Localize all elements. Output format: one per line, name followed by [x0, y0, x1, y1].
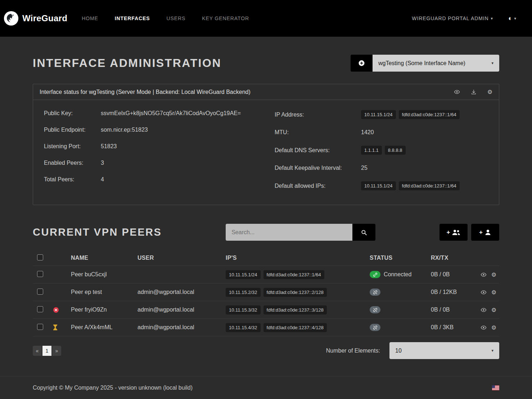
theme-toggle-dropdown[interactable]: ◐ ▾ [508, 14, 516, 22]
field-value: 4 [101, 176, 266, 183]
interface-select-group: wgTesting (Some Interface Name) ▾ [351, 55, 499, 72]
pagination-page-1-button[interactable]: 1 [42, 346, 51, 356]
add-buttons-group: + + [439, 224, 499, 241]
peer-view-icon[interactable] [481, 271, 487, 278]
interface-status-header: Interface status for wgTesting (Server M… [40, 89, 251, 95]
field-value: 51823 [101, 143, 266, 150]
peer-view-icon[interactable] [481, 324, 487, 331]
theme-icon: ◐ [508, 14, 512, 22]
plus-circle-icon [358, 60, 365, 67]
column-header-name: NAME [71, 255, 137, 261]
peer-row-checkbox[interactable] [37, 271, 43, 277]
caret-down-icon: ▾ [491, 348, 493, 353]
users-icon [452, 229, 460, 236]
ip-badge: 10.11.15.1/24 [361, 181, 396, 190]
interface-select-value: wgTesting (Some Interface Name) [378, 60, 465, 67]
peer-disabled-icon [53, 307, 71, 313]
nav-item-home[interactable]: HOME [82, 15, 98, 21]
peer-ip-badge: fdfd:d3ad:c0de:1237::1/64 [263, 270, 324, 279]
plus-icon: + [479, 229, 483, 236]
brand[interactable]: WireGuard [4, 11, 67, 26]
peer-settings-icon[interactable]: ⚙ [491, 271, 496, 278]
peer-view-icon[interactable] [481, 307, 487, 313]
user-menu-label: WIREGUARD PORTAL ADMIN [412, 15, 488, 21]
peer-ip-badge: 10.11.15.3/32 [226, 305, 261, 314]
field-label: Listening Port: [44, 143, 101, 150]
peer-name: Peer A/Xk4mML [71, 324, 137, 331]
table-row: Peer buC5cxjl 10.11.15.1/24 fdfd:d3ad:c0… [33, 266, 499, 284]
field-dns-servers: Default DNS Servers: 1.1.1.1 8.8.8.8 [275, 146, 488, 155]
interface-view-icon[interactable] [454, 89, 460, 95]
interface-status-card: Interface status for wgTesting (Server M… [33, 84, 499, 205]
peer-settings-icon[interactable]: ⚙ [491, 324, 496, 331]
disconnected-link-slash-icon [370, 289, 380, 296]
field-mtu: MTU: 1420 [275, 129, 488, 136]
search-input[interactable] [226, 224, 352, 241]
pagination: « 1 » [33, 346, 61, 356]
user-menu-dropdown[interactable]: WIREGUARD PORTAL ADMIN ▾ [412, 15, 493, 21]
peer-settings-icon[interactable]: ⚙ [491, 307, 496, 313]
peer-ip-badge: 10.11.15.2/32 [226, 288, 261, 297]
field-label: MTU: [275, 129, 361, 136]
dns-badge: 8.8.8.8 [385, 146, 406, 155]
peer-row-checkbox[interactable] [37, 289, 43, 295]
peer-row-checkbox[interactable] [37, 306, 43, 312]
peer-status-label: Connected [384, 271, 411, 278]
field-label: Default allowed IPs: [275, 183, 361, 189]
add-multiple-peers-button[interactable]: + [439, 224, 468, 241]
interface-select[interactable]: wgTesting (Some Interface Name) ▾ [373, 55, 499, 72]
page-footer: Copyright © My Company 2025 - version un… [0, 376, 532, 399]
field-ip-address: IP Address: 10.11.15.1/24 fdfd:d3ad:c0de… [275, 110, 488, 119]
peers-table: NAME USER IP'S STATUS RX/TX Peer buC5cxj… [33, 250, 499, 336]
disconnected-link-slash-icon [370, 324, 380, 331]
nav-item-key-generator[interactable]: KEY GENERATOR [202, 15, 249, 21]
navbar-right: WIREGUARD PORTAL ADMIN ▾ ◐ ▾ [412, 14, 516, 22]
nav-item-users[interactable]: USERS [166, 15, 185, 21]
peer-expiring-hourglass-icon [53, 325, 71, 330]
search-group [226, 224, 375, 241]
field-label: Public Key: [44, 110, 101, 117]
language-flag-us-icon[interactable] [492, 385, 499, 390]
caret-down-icon: ▾ [491, 16, 493, 21]
add-interface-button[interactable] [351, 55, 373, 72]
interface-download-icon[interactable] [471, 89, 477, 95]
brand-text: WireGuard [22, 13, 67, 23]
peer-user: admin@wgportal.local [137, 324, 226, 331]
connected-link-icon [370, 271, 380, 278]
nav-item-interfaces[interactable]: INTERFACES [115, 15, 150, 21]
table-header-row: NAME USER IP'S STATUS RX/TX [33, 250, 499, 266]
field-label: IP Address: [275, 112, 361, 118]
field-value: ssvmEelxG+k8jsNO5G7cq5r/Ak7liCodAvOyoCg1… [101, 110, 266, 117]
field-public-endpoint: Public Endpoint: som.nicr.ep:51823 [44, 127, 266, 133]
peer-name: Peer buC5cxjl [71, 271, 137, 278]
peer-settings-icon[interactable]: ⚙ [491, 289, 496, 296]
field-allowed-ips: Default allowed IPs: 10.11.15.1/24 fdfd:… [275, 181, 488, 190]
ip-badge: fdfd:d3ad:c0de:1237::1/64 [399, 110, 460, 119]
peer-rxtx: 0B / 3KB [431, 324, 472, 331]
wireguard-logo-icon [4, 11, 19, 26]
caret-down-icon: ▾ [514, 16, 516, 21]
peer-user: admin@wgportal.local [137, 289, 226, 295]
interface-settings-icon[interactable]: ⚙ [487, 89, 492, 95]
peer-row-checkbox[interactable] [37, 324, 43, 330]
disconnected-link-slash-icon [370, 306, 380, 313]
peer-view-icon[interactable] [481, 289, 487, 296]
nav-items: HOME INTERFACES USERS KEY GENERATOR [82, 15, 249, 21]
peer-rxtx: 0B / 12KB [431, 289, 472, 295]
table-row: Peer ep test admin@wgportal.local 10.11.… [33, 284, 499, 301]
pagination-prev-button[interactable]: « [33, 346, 42, 356]
column-header-user: USER [137, 255, 226, 261]
select-all-checkbox[interactable] [37, 254, 43, 260]
peer-name: Peer fryiO9Zn [71, 307, 137, 313]
column-header-ips: IP'S [226, 255, 370, 261]
field-keepalive: Default Keepalive Interval: 25 [275, 165, 488, 171]
column-header-status: STATUS [370, 255, 431, 261]
field-label: Public Endpoint: [44, 127, 101, 133]
peer-rxtx: 0B / 0B [431, 307, 472, 313]
top-navbar: WireGuard HOME INTERFACES USERS KEY GENE… [0, 0, 532, 37]
add-peer-button[interactable]: + [471, 224, 499, 241]
column-header-rxtx: RX/TX [431, 255, 472, 261]
elements-count-select[interactable]: 10 ▾ [389, 342, 499, 359]
pagination-next-button[interactable]: » [52, 346, 61, 356]
search-button[interactable] [352, 224, 375, 241]
